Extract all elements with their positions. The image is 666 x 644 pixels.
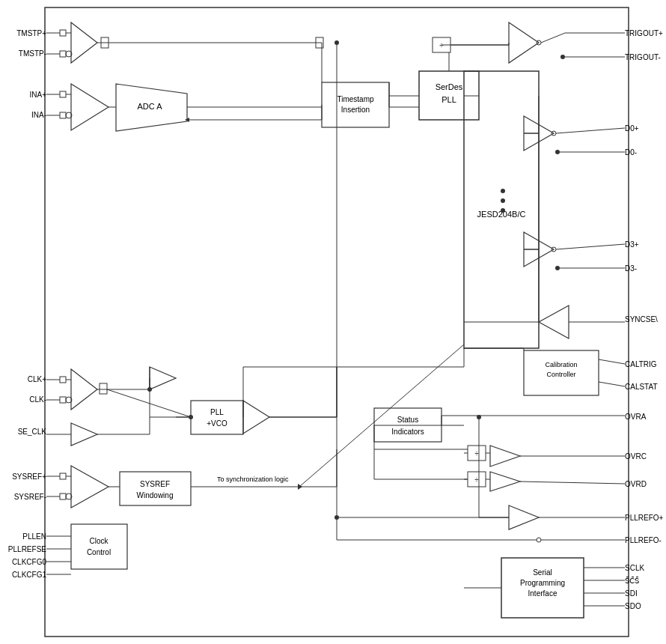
d3-minus-label: D3- xyxy=(625,264,637,273)
serial-programming-label2: Programming xyxy=(520,579,565,587)
svg-marker-126 xyxy=(509,505,539,529)
timestamp-insertion-label: Timestamp xyxy=(337,95,374,103)
svg-point-47 xyxy=(560,55,565,59)
serial-programming-label1: Serial xyxy=(533,568,552,577)
caltrig-label: CALTRIG xyxy=(625,360,657,368)
svg-rect-1 xyxy=(60,30,66,36)
serdes-pll-label2: PLL xyxy=(442,95,456,104)
svg-marker-90 xyxy=(243,401,269,434)
svg-rect-77 xyxy=(100,383,107,394)
clkcfg0-label: CLKCFG0 xyxy=(12,558,47,566)
svg-marker-123 xyxy=(490,472,520,491)
clk-plus-label: CLK+ xyxy=(28,375,46,383)
svg-rect-85 xyxy=(191,401,243,434)
svg-line-51 xyxy=(556,128,625,133)
trigout-minus-label: TRIGOUT- xyxy=(625,53,661,61)
tmstp-plus-label: TMSTP+ xyxy=(16,29,46,37)
sclk-label: SCLK xyxy=(625,564,644,572)
sysref-windowing-label2: Windowing xyxy=(137,491,174,499)
svg-marker-84 xyxy=(150,367,176,389)
svg-marker-60 xyxy=(539,306,569,338)
svg-point-59 xyxy=(555,266,560,270)
svg-rect-69 xyxy=(60,377,66,383)
svg-line-125 xyxy=(520,482,625,484)
scs-label: S̄C̄S̄ xyxy=(625,577,639,585)
clock-control-label1: Clock xyxy=(89,537,109,545)
sdo-label: SDO xyxy=(625,602,641,610)
serial-programming-label3: Interface xyxy=(528,589,557,598)
sysref-minus-label: SYSREF- xyxy=(14,493,46,501)
adc-a-label: ADC A xyxy=(137,102,162,111)
svg-point-53 xyxy=(555,150,560,154)
svg-point-133 xyxy=(477,415,481,419)
svg-rect-134 xyxy=(501,558,584,618)
svg-text:÷: ÷ xyxy=(474,449,479,458)
ina-plus-label: INA+ xyxy=(29,91,46,99)
clkcfg1-label: CLKCFG1 xyxy=(12,571,47,579)
d0-minus-label: D0- xyxy=(625,148,637,157)
pll-vco-label2: +VCO xyxy=(207,419,227,428)
pllrefo-minus-label: PLLREFO- xyxy=(625,536,662,544)
timestamp-insertion-label2: Insertion xyxy=(341,106,370,114)
svg-point-146 xyxy=(189,415,193,419)
svg-line-65 xyxy=(599,382,625,386)
svg-line-44 xyxy=(541,33,565,43)
clk-minus-label: CLK- xyxy=(29,395,46,404)
svg-point-130 xyxy=(537,538,541,542)
clock-control-label2: Control xyxy=(87,548,111,556)
tmstp-minus-label: TMSTP- xyxy=(19,49,46,58)
calibration-controller-label1: Calibration xyxy=(545,361,577,368)
status-indicators-label2: Indicators xyxy=(391,428,424,436)
svg-marker-42 xyxy=(509,22,539,63)
svg-marker-81 xyxy=(71,423,97,446)
svg-marker-101 xyxy=(71,466,109,508)
ovrd-label: OVRD xyxy=(625,480,647,488)
svg-line-108 xyxy=(299,344,464,487)
ina-minus-label: INA- xyxy=(31,111,46,119)
svg-marker-120 xyxy=(490,446,520,467)
svg-marker-16 xyxy=(71,84,109,130)
se-clk-label: SE_CLK xyxy=(18,428,47,436)
svg-rect-11 xyxy=(60,91,66,97)
diagram-container: TMSTP+ TMSTP- INA+ INA- CLK+ CLK- SE_CLK… xyxy=(0,0,666,644)
svg-rect-2 xyxy=(60,51,66,57)
to-sync-label: To synchronization logic xyxy=(217,476,289,483)
svg-rect-25 xyxy=(322,82,389,127)
syncse-label: SYNCSE\ xyxy=(625,315,658,323)
svg-line-64 xyxy=(599,359,625,364)
sysref-plus-label: SYSREF+ xyxy=(12,473,46,481)
status-indicators-label1: Status xyxy=(397,416,418,424)
svg-rect-70 xyxy=(60,397,66,403)
d0-plus-label: D0+ xyxy=(625,124,639,133)
block-diagram-svg: TMSTP+ TMSTP- INA+ INA- CLK+ CLK- SE_CLK… xyxy=(0,0,666,644)
pllrefo-plus-label: PLLREFO+ xyxy=(625,514,664,522)
svg-rect-104 xyxy=(120,472,191,505)
svg-marker-74 xyxy=(71,369,97,410)
svg-point-41 xyxy=(501,208,505,213)
trigout-plus-label: TRIGOUT+ xyxy=(625,29,663,37)
d3-plus-label: D3+ xyxy=(625,240,639,249)
svg-rect-97 xyxy=(60,493,66,499)
ovrc-label: OVRC xyxy=(625,452,647,461)
calibration-controller-label2: Controller xyxy=(546,371,575,378)
serdes-pll-label1: SerDes xyxy=(436,82,463,91)
calstat-label: CALSTAT xyxy=(625,383,658,391)
pllrefse-label: PLLREFSE xyxy=(8,545,46,553)
svg-line-57 xyxy=(556,244,625,249)
svg-rect-12 xyxy=(60,112,66,118)
svg-marker-6 xyxy=(71,22,97,63)
svg-text:÷: ÷ xyxy=(474,476,479,484)
sysref-windowing-label1: SYSREF xyxy=(140,480,170,488)
svg-point-39 xyxy=(501,189,505,193)
sdi-label: SDI xyxy=(625,589,638,598)
svg-rect-96 xyxy=(60,473,66,479)
pllen-label: PLLEN xyxy=(22,532,46,541)
svg-rect-109 xyxy=(71,524,127,569)
pll-vco-label1: PLL xyxy=(210,408,224,416)
svg-point-140 xyxy=(334,40,339,45)
ovra-label: OVRA xyxy=(625,413,647,421)
svg-line-145 xyxy=(107,389,191,417)
svg-point-40 xyxy=(501,198,505,203)
